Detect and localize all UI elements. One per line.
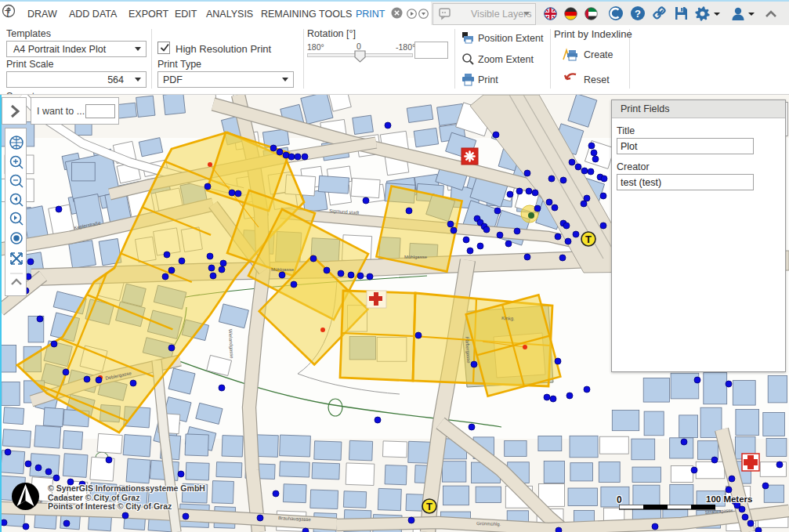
svg-text:T: T (426, 501, 433, 512)
svg-text:Kinkg.: Kinkg. (501, 316, 515, 321)
svg-text:Mühlgasse: Mühlgasse (271, 267, 295, 272)
svg-text:?: ? (635, 8, 641, 20)
svg-text:T: T (585, 233, 592, 245)
svg-text:Mühlgasse: Mühlgasse (404, 255, 428, 259)
svg-text:Grünmühlg.: Grünmühlg. (476, 521, 501, 527)
